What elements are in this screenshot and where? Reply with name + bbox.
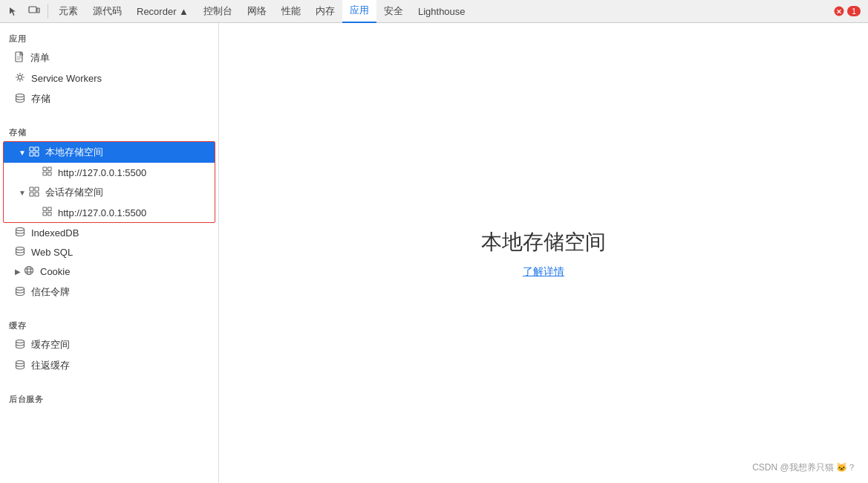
svg-point-27 xyxy=(16,247,25,250)
bf-cache-icon xyxy=(15,360,25,372)
spacer-1 xyxy=(0,109,218,117)
cookie-globe-icon xyxy=(24,265,34,276)
error-circle-icon: ✕ xyxy=(834,6,844,16)
error-indicator[interactable]: ✕ 1 xyxy=(834,6,861,16)
grid-icon-session xyxy=(29,187,39,197)
svg-rect-21 xyxy=(35,192,39,196)
svg-rect-10 xyxy=(30,147,33,151)
toolbar: 元素 源代码 Recorder ▲ 控制台 网络 性能 内存 应用 安全 Lig… xyxy=(0,0,868,23)
tab-network[interactable]: 网络 xyxy=(240,0,274,23)
sidebar-item-local-storage-url[interactable]: http://127.0.0.1:5500 xyxy=(4,163,215,182)
device-toggle-btn[interactable] xyxy=(24,1,45,22)
svg-rect-14 xyxy=(43,167,47,171)
sidebar-item-service-workers[interactable]: Service Workers xyxy=(0,68,218,88)
db-icon-app xyxy=(15,94,25,103)
local-url-grid-icon xyxy=(42,166,52,178)
sidebar-item-manifest[interactable]: 清单 xyxy=(0,48,218,68)
sidebar-item-local-storage[interactable]: ▼ 本地存储空间 xyxy=(4,142,215,163)
tab-sources[interactable]: 源代码 xyxy=(85,0,129,23)
sidebar-item-session-storage-url[interactable]: http://127.0.0.1:5500 xyxy=(4,203,215,222)
svg-point-28 xyxy=(25,267,33,275)
main-panel: 本地存储空间 了解详情 CSDN @我想养只猫 🐱？ xyxy=(219,23,868,483)
learn-more-link[interactable]: 了解详情 xyxy=(523,265,564,279)
tab-security[interactable]: 安全 xyxy=(376,0,411,23)
trust-tokens-icon xyxy=(15,286,25,298)
tab-elements[interactable]: 元素 xyxy=(51,0,85,23)
svg-rect-24 xyxy=(43,212,47,215)
main-content: 应用 清单 Service Worke xyxy=(0,23,868,483)
svg-rect-15 xyxy=(48,167,51,171)
sidebar-item-cache-storage[interactable]: 缓存空间 xyxy=(0,334,218,355)
grid-icon-local-url xyxy=(42,166,52,176)
svg-rect-0 xyxy=(29,7,36,13)
svg-point-32 xyxy=(16,288,25,291)
local-storage-grid-icon xyxy=(29,146,39,159)
db-icon-websql xyxy=(15,247,25,256)
watermark: CSDN @我想养只猫 🐱？ xyxy=(752,461,856,474)
svg-point-26 xyxy=(16,228,25,231)
expand-arrow-session: ▼ xyxy=(19,189,26,197)
tab-performance[interactable]: 性能 xyxy=(274,0,308,23)
cursor-icon-btn[interactable] xyxy=(3,1,24,22)
svg-rect-17 xyxy=(48,172,51,175)
main-panel-title: 本地存储空间 xyxy=(481,228,606,256)
svg-text:✕: ✕ xyxy=(836,8,842,16)
sidebar-item-storage-app[interactable]: 存储 xyxy=(0,88,218,109)
session-storage-grid-icon xyxy=(29,187,39,199)
storage-group: ▼ 本地存储空间 xyxy=(3,141,215,223)
tab-console[interactable]: 控制台 xyxy=(196,0,240,23)
indexeddb-icon xyxy=(15,227,25,239)
sidebar-item-trust-tokens[interactable]: 信任令牌 xyxy=(0,282,218,302)
svg-rect-18 xyxy=(30,187,33,191)
svg-rect-19 xyxy=(35,187,39,191)
db-icon-trust xyxy=(15,287,25,296)
svg-point-33 xyxy=(16,340,25,343)
db-icon-bf xyxy=(15,360,25,369)
sw-gear-icon xyxy=(15,72,25,82)
tab-memory[interactable]: 内存 xyxy=(308,0,342,23)
svg-rect-16 xyxy=(43,172,47,175)
sidebar-item-indexeddb[interactable]: IndexedDB xyxy=(0,223,218,242)
svg-rect-25 xyxy=(48,212,51,215)
section-header-app: 应用 xyxy=(0,26,218,48)
expand-arrow-cookie: ▶ xyxy=(15,268,21,276)
cache-storage-icon xyxy=(15,339,25,351)
sidebar: 应用 清单 Service Worke xyxy=(0,23,219,483)
svg-rect-23 xyxy=(48,207,51,211)
section-header-cache: 缓存 xyxy=(0,313,218,334)
svg-rect-12 xyxy=(30,152,33,156)
db-icon-cache xyxy=(15,340,25,349)
sidebar-item-session-storage[interactable]: ▼ 会话存储空间 xyxy=(4,182,215,203)
websql-icon xyxy=(15,246,25,258)
tab-recorder[interactable]: Recorder ▲ xyxy=(129,0,196,23)
cursor-icon xyxy=(8,6,19,16)
section-header-background: 后台服务 xyxy=(0,386,218,408)
svg-rect-11 xyxy=(35,147,39,151)
spacer-2 xyxy=(0,302,218,310)
device-icon xyxy=(28,6,40,16)
section-header-storage: 存储 xyxy=(0,120,218,141)
tab-lighthouse[interactable]: Lighthouse xyxy=(411,0,473,23)
session-url-grid-icon xyxy=(42,207,52,218)
sidebar-item-back-forward-cache[interactable]: 往返缓存 xyxy=(0,355,218,376)
storage-db-icon xyxy=(15,93,25,105)
sidebar-item-websql[interactable]: Web SQL xyxy=(0,242,218,262)
db-icon-indexed xyxy=(15,227,25,236)
tab-application[interactable]: 应用 xyxy=(342,0,376,23)
file-icon xyxy=(15,51,25,65)
svg-point-34 xyxy=(16,361,25,364)
toolbar-divider-1 xyxy=(48,4,48,19)
manifest-file-icon xyxy=(15,51,25,62)
error-count: 1 xyxy=(847,6,861,16)
sidebar-item-cookie[interactable]: ▶ Cookie xyxy=(0,262,218,282)
gear-icon xyxy=(15,72,25,85)
svg-rect-22 xyxy=(43,207,47,211)
grid-icon-local xyxy=(29,146,39,157)
svg-point-8 xyxy=(19,76,22,80)
cookie-icon xyxy=(24,265,34,278)
expand-arrow-local: ▼ xyxy=(19,149,26,157)
svg-rect-1 xyxy=(37,8,39,13)
svg-rect-20 xyxy=(30,192,33,196)
svg-point-9 xyxy=(16,94,25,97)
grid-icon-session-url xyxy=(42,207,52,216)
